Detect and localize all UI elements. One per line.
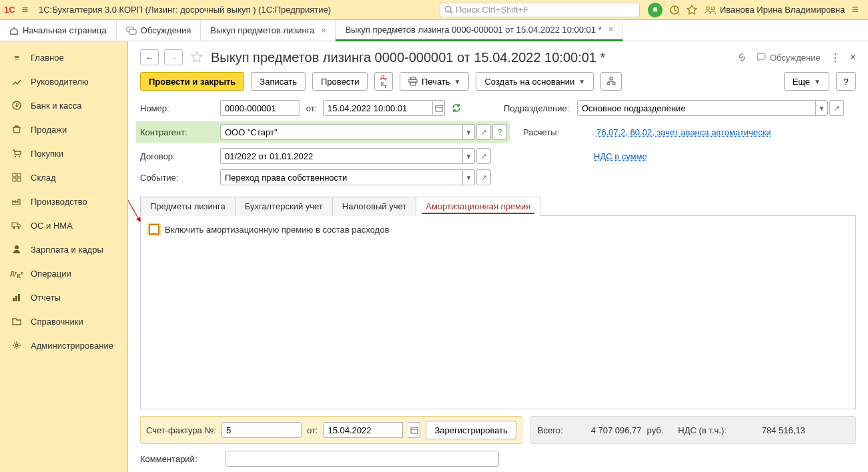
- tab-leasing-list[interactable]: Выкуп предметов лизинга ×: [201, 20, 336, 41]
- counterparty-input[interactable]: [220, 124, 463, 140]
- sidebar-item-label: Производство: [31, 197, 87, 207]
- sidebar-item-bank[interactable]: ₽Банк и касса: [0, 93, 127, 117]
- register-button[interactable]: Зарегистрировать: [426, 421, 516, 439]
- star-icon[interactable]: [687, 5, 697, 15]
- svg-point-9: [15, 156, 16, 157]
- main-panel: ← → Выкуп предметов лизинга 0000-000001 …: [128, 41, 868, 472]
- discussion-button[interactable]: Обсуждение: [757, 53, 821, 63]
- close-icon[interactable]: ×: [850, 51, 856, 63]
- bars-icon: [11, 291, 23, 303]
- invoice-date-input[interactable]: [323, 422, 403, 438]
- sidebar: ≡Главное Руководителю ₽Банк и касса Прод…: [0, 41, 128, 472]
- counterparty-label: Контрагент:: [140, 127, 220, 137]
- svg-point-0: [446, 7, 451, 12]
- sidebar-item-label: Администрирование: [31, 341, 113, 351]
- more-button[interactable]: Еще▼: [784, 72, 829, 91]
- sidebar-item-stock[interactable]: Склад: [0, 165, 127, 189]
- tab-leasing-doc[interactable]: Выкуп предметов лизинга 0000-000001 от 1…: [336, 20, 622, 41]
- tab-home[interactable]: Начальная страница: [0, 20, 117, 41]
- sidebar-item-reports[interactable]: Отчеты: [0, 285, 127, 309]
- discussion-label: Обсуждение: [770, 53, 821, 63]
- date-input[interactable]: [323, 100, 433, 116]
- user-block[interactable]: Иванова Ирина Владимировна: [704, 5, 845, 15]
- calendar-icon[interactable]: [433, 100, 445, 116]
- open-icon[interactable]: ↗: [476, 124, 491, 140]
- kebab-icon[interactable]: ⋮: [830, 51, 841, 64]
- logo-1c: 1С: [4, 5, 15, 15]
- checkbox-icon[interactable]: [149, 224, 159, 235]
- favorite-star-icon[interactable]: [191, 51, 203, 63]
- history-icon[interactable]: [669, 5, 680, 15]
- nav-forward-button[interactable]: →: [164, 49, 183, 65]
- sidebar-item-admin[interactable]: Администрирование: [0, 333, 127, 357]
- event-input[interactable]: [220, 169, 463, 185]
- post-and-close-button[interactable]: Провести и закрыть: [140, 72, 244, 91]
- write-button[interactable]: Записать: [251, 72, 306, 91]
- sidebar-item-production[interactable]: Производство: [0, 189, 127, 213]
- search-icon: [444, 5, 453, 14]
- number-label: Номер:: [140, 103, 220, 113]
- help-icon[interactable]: ?: [492, 124, 507, 140]
- dtkt-button[interactable]: ДтКт: [374, 72, 393, 91]
- sidebar-item-refs[interactable]: Справочники: [0, 309, 127, 333]
- svg-rect-15: [12, 223, 17, 227]
- open-icon[interactable]: ↗: [476, 148, 491, 164]
- print-button[interactable]: Печать▼: [400, 72, 470, 91]
- sidebar-item-manager[interactable]: Руководителю: [0, 69, 127, 93]
- tab-label: Начальная страница: [23, 25, 107, 35]
- search-placeholder: Поиск Ctrl+Shift+F: [456, 5, 528, 15]
- refresh-icon[interactable]: [452, 103, 461, 113]
- open-icon[interactable]: ↗: [476, 169, 491, 185]
- sidebar-item-hr[interactable]: Зарплата и кадры: [0, 237, 127, 261]
- cart-icon: [11, 147, 23, 159]
- menu-icon[interactable]: ≡: [19, 4, 31, 16]
- include-bonus-checkbox-row[interactable]: Включить амортизационную премию в состав…: [149, 224, 389, 235]
- nav-back-button[interactable]: ←: [140, 49, 159, 65]
- sidebar-item-operations[interactable]: ДтКтОперации: [0, 261, 127, 285]
- help-button[interactable]: ?: [836, 72, 856, 91]
- boxes-icon: [11, 171, 23, 183]
- sidebar-item-sales[interactable]: Продажи: [0, 117, 127, 141]
- dropdown-icon[interactable]: ▼: [463, 148, 475, 164]
- settlements-link[interactable]: 76.07.2, 60.02, зачет аванса автоматичес…: [596, 127, 771, 137]
- contract-input[interactable]: [220, 148, 463, 164]
- bell-icon[interactable]: [648, 3, 663, 17]
- division-input[interactable]: [577, 100, 816, 116]
- form-row-contract: Договор: ▼ ↗ НДС в сумме: [140, 148, 856, 164]
- link-icon[interactable]: [737, 52, 747, 63]
- itab-tax[interactable]: Налоговый учет: [332, 197, 416, 216]
- users-icon: [704, 5, 717, 15]
- dropdown-icon[interactable]: ▼: [463, 169, 475, 185]
- sidebar-item-assets[interactable]: ОС и НМА: [0, 213, 127, 237]
- close-icon[interactable]: ×: [321, 26, 326, 35]
- division-label: Подразделение:: [504, 103, 577, 113]
- checkbox-label: Включить амортизационную премию в состав…: [165, 225, 389, 235]
- open-icon[interactable]: ↗: [829, 100, 844, 116]
- titlebar-more-icon[interactable]: ≡: [851, 3, 859, 17]
- itab-bonus[interactable]: Амортизационная премия: [416, 197, 540, 216]
- itab-items[interactable]: Предметы лизинга: [140, 197, 236, 216]
- dropdown-icon[interactable]: ▼: [816, 100, 828, 116]
- post-button[interactable]: Провести: [312, 72, 368, 91]
- sidebar-item-main[interactable]: ≡Главное: [0, 45, 127, 69]
- dropdown-icon[interactable]: ▼: [463, 124, 475, 140]
- close-icon[interactable]: ×: [608, 25, 613, 34]
- itab-accounting[interactable]: Бухгалтерский учет: [235, 197, 333, 216]
- tab-label: Обсуждения: [141, 25, 191, 35]
- comment-row: Комментарий:: [140, 451, 856, 467]
- structure-button[interactable]: [600, 72, 622, 91]
- total-value: 4 707 096,77: [568, 425, 642, 435]
- comment-input[interactable]: [226, 451, 499, 467]
- svg-rect-24: [757, 53, 765, 59]
- svg-point-18: [15, 245, 19, 249]
- global-search[interactable]: Поиск Ctrl+Shift+F: [440, 3, 640, 17]
- sidebar-item-label: Справочники: [31, 317, 83, 327]
- svg-rect-19: [13, 298, 15, 301]
- calendar-icon[interactable]: [408, 422, 420, 438]
- number-input[interactable]: [220, 100, 300, 116]
- invoice-no-input[interactable]: [222, 422, 302, 438]
- sidebar-item-purchases[interactable]: Покупки: [0, 141, 127, 165]
- nds-link[interactable]: НДС в сумме: [594, 151, 647, 161]
- tab-discussions[interactable]: Обсуждения: [117, 20, 201, 41]
- create-based-button[interactable]: Создать на основании▼: [476, 72, 594, 91]
